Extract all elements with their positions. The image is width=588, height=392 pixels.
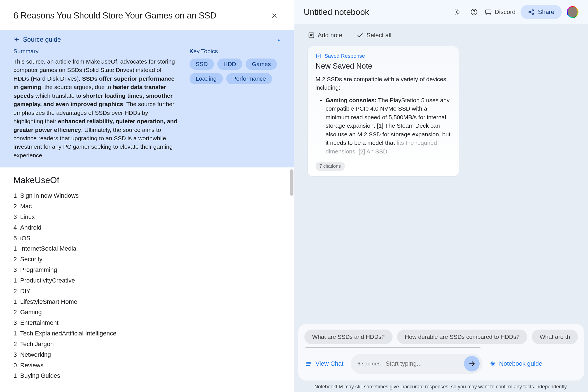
- svg-rect-7: [309, 33, 314, 38]
- discord-link[interactable]: Discord: [485, 8, 516, 16]
- suggestion-chip[interactable]: What are SSDs and HDDs?: [304, 330, 393, 344]
- send-button[interactable]: [464, 356, 480, 372]
- scrollbar-thumb[interactable]: [290, 169, 293, 196]
- article-nav-item[interactable]: 1Tech ExplainedArtificial Intelligence: [13, 328, 281, 339]
- article-nav-item[interactable]: 1Buying Guides: [13, 370, 281, 381]
- chat-input-container: 6 sources: [351, 354, 482, 374]
- close-icon: [271, 12, 278, 19]
- notebook-title[interactable]: Untitled notebook: [304, 7, 447, 17]
- svg-rect-9: [306, 362, 311, 363]
- article-nav-item[interactable]: 2Gaming: [13, 307, 281, 318]
- svg-point-4: [529, 11, 530, 13]
- source-guide-panel: Source guide ▲ Summary This source, an a…: [0, 30, 294, 167]
- chevron-up-icon: ▲: [277, 38, 281, 42]
- topic-chip[interactable]: HDD: [217, 59, 242, 70]
- sun-icon: [454, 8, 461, 16]
- article-nav-item[interactable]: 1LifestyleSmart Home: [13, 297, 281, 307]
- article-nav-item[interactable]: 2Security: [13, 254, 281, 265]
- view-chat-button[interactable]: View Chat: [305, 360, 344, 367]
- check-icon: [356, 32, 364, 39]
- article-nav-item[interactable]: 5iOS: [13, 233, 281, 244]
- article-nav-item[interactable]: 4Android: [13, 222, 281, 233]
- saved-note-card[interactable]: Saved Response New Saved Note M.2 SSDs a…: [308, 46, 459, 176]
- share-icon: [528, 9, 535, 15]
- select-all-button[interactable]: Select all: [356, 32, 391, 39]
- key-topics-label: Key Topics: [190, 48, 281, 55]
- svg-point-2: [474, 13, 474, 14]
- user-avatar[interactable]: [567, 6, 578, 18]
- article-nav-item[interactable]: 0Reviews: [13, 360, 281, 371]
- note-bullet-list: Gaming consoles: The PlayStation 5 uses …: [316, 96, 451, 156]
- article-nav-item[interactable]: 3Entertainment: [13, 318, 281, 328]
- svg-point-0: [456, 11, 459, 13]
- help-button[interactable]: [468, 6, 480, 18]
- topic-chip[interactable]: Games: [246, 59, 277, 70]
- source-guide-label: Source guide: [23, 36, 61, 43]
- source-guide-toggle[interactable]: Source guide ▲: [13, 36, 281, 43]
- note-add-icon: [308, 32, 315, 39]
- source-panel: 6 Reasons You Should Store Your Games on…: [0, 0, 294, 392]
- svg-rect-10: [306, 363, 311, 364]
- svg-rect-3: [486, 10, 491, 13]
- notes-toolbar: Add note Select all: [294, 24, 588, 46]
- svg-point-6: [532, 13, 534, 15]
- source-count: 6 sources: [358, 361, 381, 367]
- notebook-header: Untitled notebook Discord Share: [294, 0, 588, 24]
- add-note-button[interactable]: Add note: [308, 32, 342, 39]
- svg-rect-11: [306, 365, 310, 366]
- help-icon: [470, 8, 478, 16]
- chat-icon: [305, 360, 312, 367]
- article-nav-item[interactable]: 3Networking: [13, 349, 281, 360]
- article-nav-item[interactable]: 2Tech Jargon: [13, 339, 281, 349]
- article-nav-item[interactable]: 1InternetSocial Media: [13, 243, 281, 254]
- suggestion-chip[interactable]: How durable are SSDs compared to HDDs?: [397, 330, 528, 344]
- article-nav-item[interactable]: 2DIY: [13, 286, 281, 297]
- arrow-right-icon: [468, 360, 475, 367]
- note-tag: Saved Response: [316, 53, 451, 59]
- theme-toggle-button[interactable]: [452, 6, 463, 18]
- topic-chip[interactable]: Performance: [226, 73, 272, 84]
- topic-chips: SSD HDD Games Loading Performance: [190, 59, 281, 84]
- article-nav-item[interactable]: 1ProductivityCreative: [13, 275, 281, 286]
- svg-point-5: [532, 10, 534, 11]
- article-nav-item[interactable]: 1Sign in now Windows: [13, 190, 281, 201]
- article-site-name: MakeUseOf: [13, 175, 281, 185]
- article-nav-item[interactable]: 2Mac: [13, 201, 281, 212]
- topic-chip[interactable]: Loading: [190, 73, 223, 84]
- saved-response-icon: [316, 53, 322, 59]
- summary-label: Summary: [13, 48, 178, 55]
- share-button[interactable]: Share: [521, 5, 562, 19]
- disclaimer-text: NotebookLM may still sometimes give inac…: [294, 383, 588, 392]
- close-button[interactable]: [268, 10, 281, 22]
- notebook-guide-button[interactable]: Notebook guide: [490, 360, 542, 367]
- source-title: 6 Reasons You Should Store Your Games on…: [13, 11, 216, 21]
- article-nav-item[interactable]: 3Programming: [13, 265, 281, 275]
- chat-input[interactable]: [386, 360, 464, 367]
- notebook-panel: Untitled notebook Discord Share Add note: [294, 0, 588, 392]
- note-title: New Saved Note: [316, 62, 451, 71]
- suggestion-chip[interactable]: What are th: [532, 330, 578, 344]
- discord-icon: [485, 8, 492, 16]
- note-intro: M.2 SSDs are compatible with a variety o…: [316, 75, 451, 92]
- article-content[interactable]: MakeUseOf 1Sign in now Windows2Mac3Linux…: [0, 167, 294, 392]
- sparkle-icon: [13, 36, 20, 43]
- svg-rect-8: [316, 54, 321, 58]
- article-nav-item[interactable]: 3Linux: [13, 212, 281, 222]
- summary-text: This source, an article from MakeUseOf, …: [13, 57, 178, 160]
- asterisk-icon: [490, 361, 496, 367]
- topic-chip[interactable]: SSD: [190, 59, 214, 70]
- chat-bottom-bar: What are SSDs and HDDs? How durable are …: [294, 324, 588, 383]
- citations-badge[interactable]: 7 citations: [316, 162, 345, 171]
- suggestion-row[interactable]: What are SSDs and HDDs? How durable are …: [304, 330, 578, 344]
